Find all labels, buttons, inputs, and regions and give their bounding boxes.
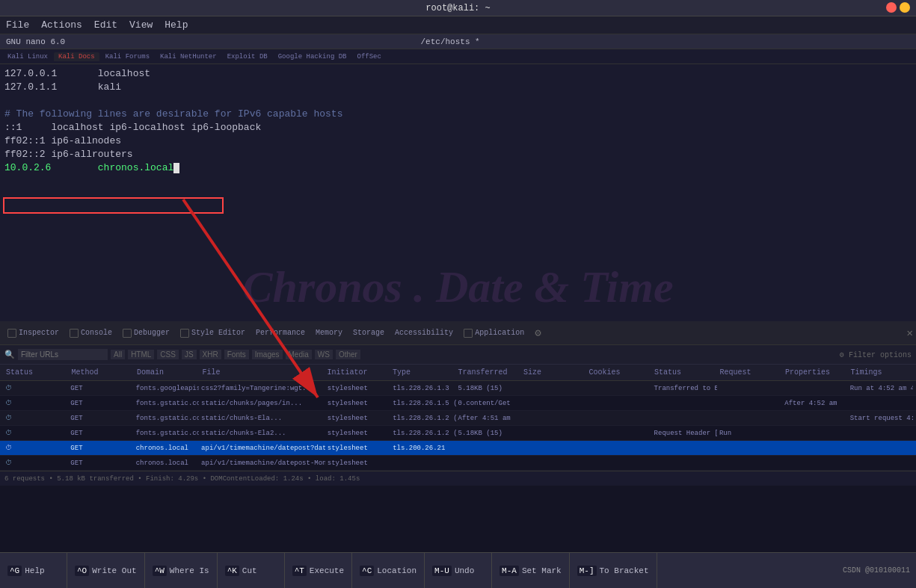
bb-label-whereis: Where Is xyxy=(170,566,209,575)
cell-domain: chronos.local xyxy=(134,445,199,452)
bb-key-execute: ^T xyxy=(292,566,307,576)
dt-application[interactable]: Application xyxy=(459,327,529,339)
cell-transferred: 5.18KB (15) xyxy=(456,385,521,392)
bb-key-help: ^G xyxy=(7,566,22,576)
tab-google-hacking[interactable]: Google Hacking DB xyxy=(274,52,351,61)
tab-exploit-db[interactable]: Exploit DB xyxy=(223,52,272,61)
filter-bar: 🔍 All HTML CSS JS XHR Fonts Images Media… xyxy=(0,345,916,365)
tab-kali-docs[interactable]: Kali Docs xyxy=(54,52,99,61)
cell-transferred: 5.18KB (15) xyxy=(456,430,521,437)
dt-memory[interactable]: Memory xyxy=(311,327,347,338)
bb-key-setmark: M-A xyxy=(500,566,519,576)
cell-method: GET xyxy=(68,385,133,392)
table-row[interactable]: ⏱ GET fonts.gstatic.com static/chunks-El… xyxy=(0,426,916,441)
cell-method: GET xyxy=(68,459,133,467)
net-status-row: 6 requests • 5.18 kB transferred • Finis… xyxy=(0,471,916,486)
cursor xyxy=(173,163,179,173)
filter-btn-js[interactable]: JS xyxy=(182,350,197,359)
table-row[interactable]: ⏱ GET fonts.gstatic.com static/chunks-El… xyxy=(0,411,916,426)
dt-style-editor[interactable]: Style Editor xyxy=(176,327,250,339)
bb-label-execute: Execute xyxy=(310,566,344,575)
cell-req-status: Request Header [403 B] xyxy=(652,430,717,437)
cell-icon: ⏱ xyxy=(3,429,68,437)
cell-method: GET xyxy=(68,445,133,452)
bb-key-location: ^C xyxy=(360,566,374,576)
cell-domain: fonts.gstatic.com xyxy=(134,415,199,422)
bb-label-location: Location xyxy=(377,566,416,575)
nano-header: GNU nano 6.0 /etc/hosts * xyxy=(0,34,916,49)
menu-actions[interactable]: Actions xyxy=(41,19,82,31)
table-row-highlighted[interactable]: ⏱ GET chronos.local api/v1/timemachine/d… xyxy=(0,441,916,456)
bb-where-is[interactable]: ^W Where Is xyxy=(145,553,218,588)
editor-area[interactable]: 127.0.0.1 localhost 127.0.1.1 kali # The… xyxy=(0,64,916,214)
col-status: Status xyxy=(3,368,69,377)
editor-line-3 xyxy=(1,94,915,108)
cell-file: static/chunks-Ela... xyxy=(199,415,325,422)
filter-btn-html[interactable]: HTML xyxy=(128,350,154,359)
title-bar-title: root@kali: ~ xyxy=(425,3,490,13)
tab-kali-forums[interactable]: Kali Forums xyxy=(101,52,154,61)
table-row[interactable]: ⏱ GET fonts.gstatic.com static/chunks/pa… xyxy=(0,396,916,411)
cell-icon: ⏱ xyxy=(3,414,68,422)
dt-inspector[interactable]: Inspector xyxy=(3,327,64,339)
minimize-icon[interactable] xyxy=(900,2,910,13)
filter-input[interactable] xyxy=(18,349,108,360)
dt-debugger[interactable]: Debugger xyxy=(118,327,174,339)
tab-kali-linux[interactable]: Kali Linux xyxy=(3,52,52,61)
col-req-status: Status xyxy=(651,368,717,377)
filter-search-icon: 🔍 xyxy=(4,350,15,359)
menu-edit[interactable]: Edit xyxy=(94,19,117,31)
bb-location[interactable]: ^C Location xyxy=(352,553,425,588)
dt-console[interactable]: Console xyxy=(65,327,117,339)
application-icon xyxy=(464,329,473,338)
filter-btn-xhr[interactable]: XHR xyxy=(200,350,221,359)
table-row[interactable]: ⏱ GET chronos.local api/v1/timemachine/d… xyxy=(0,456,916,471)
col-method: Method xyxy=(69,368,135,377)
dt-storage[interactable]: Storage xyxy=(348,327,389,338)
cell-domain: fonts.gstatic.com xyxy=(134,430,199,437)
devtools-close-icon[interactable]: ✕ xyxy=(907,327,913,339)
col-properties: Properties xyxy=(782,368,848,377)
cell-initiator: stylesheet xyxy=(325,459,390,467)
filter-btn-images[interactable]: Images xyxy=(252,350,283,359)
cell-method: GET xyxy=(68,415,133,422)
cell-domain: fonts.googleapis xyxy=(134,385,199,392)
filter-btn-all[interactable]: All xyxy=(111,350,125,359)
col-type: Type xyxy=(390,368,455,377)
dt-accessibility[interactable]: Accessibility xyxy=(390,327,458,338)
filter-btn-fonts[interactable]: Fonts xyxy=(224,350,249,359)
bb-set-mark[interactable]: M-A Set Mark xyxy=(492,553,570,588)
bb-cut[interactable]: ^K Cut xyxy=(218,553,285,588)
cell-initiator: stylesheet xyxy=(325,400,390,407)
bb-key-cut: ^K xyxy=(225,566,239,576)
filter-btn-css[interactable]: CSS xyxy=(157,350,179,359)
dt-more-tools[interactable]: ⚙ xyxy=(530,325,545,341)
tab-offsec[interactable]: OffSec xyxy=(353,52,386,61)
filter-btn-ws[interactable]: WS xyxy=(315,350,333,359)
bb-execute[interactable]: ^T Execute xyxy=(285,553,352,588)
close-icon[interactable] xyxy=(886,2,897,13)
cell-icon: ⏱ xyxy=(3,444,68,452)
bb-help[interactable]: ^G Help xyxy=(0,553,67,588)
col-size: Size xyxy=(520,368,586,377)
cell-method: GET xyxy=(68,430,133,437)
tab-kali-nethunter[interactable]: Kali NetHunter xyxy=(156,52,221,61)
title-bar: root@kali: ~ xyxy=(0,0,916,16)
filter-options-icon[interactable]: ⚙ Filter options xyxy=(840,350,912,359)
bb-to-bracket[interactable]: M-] To Bracket xyxy=(570,553,657,588)
bb-undo[interactable]: M-U Undo xyxy=(425,553,492,588)
filter-btn-other[interactable]: Other xyxy=(336,350,360,359)
dt-performance[interactable]: Performance xyxy=(251,327,310,338)
table-row[interactable]: ⏱ GET fonts.googleapis css2?family=Tange… xyxy=(0,381,916,396)
menu-file[interactable]: File xyxy=(6,19,29,31)
menu-view[interactable]: View xyxy=(129,19,153,31)
col-initiator: Initiator xyxy=(325,368,390,377)
cell-type: tls.228.26.1.5 (1) xyxy=(390,400,455,407)
filter-btn-media[interactable]: Media xyxy=(286,350,312,359)
menu-help[interactable]: Help xyxy=(165,19,188,31)
bb-write-out[interactable]: ^O Write Out xyxy=(67,553,145,588)
devtools-toolbar: Inspector Console Debugger Style Editor … xyxy=(0,321,916,345)
net-status-text: 6 requests • 5.18 kB transferred • Finis… xyxy=(4,475,360,483)
bb-key-undo: M-U xyxy=(432,566,452,576)
editor-line-4: # The following lines are desirable for … xyxy=(1,108,915,121)
